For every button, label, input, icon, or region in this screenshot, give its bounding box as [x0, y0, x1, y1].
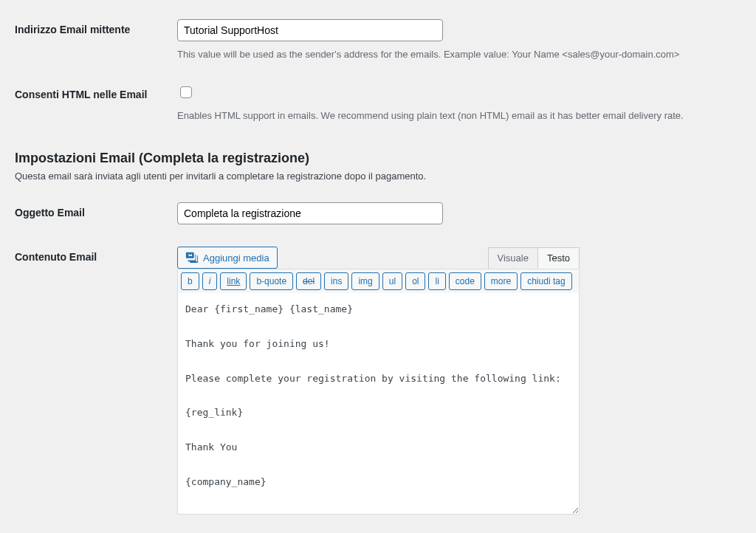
qt-link-button[interactable]: link — [220, 272, 247, 290]
qt-del-button[interactable]: del — [296, 272, 321, 290]
add-media-label: Aggiungi media — [203, 252, 269, 264]
allow-html-help: Enables HTML support in emails. We recom… — [177, 109, 734, 123]
media-icon — [185, 250, 199, 266]
section-desc: Questa email sarà inviata agli utenti pe… — [15, 171, 741, 182]
sender-input[interactable] — [177, 19, 443, 41]
sender-help: This value will be used as the sender's … — [177, 47, 734, 62]
qt-close-tags-button[interactable]: chiudi tag — [520, 272, 571, 290]
allow-html-label: Consenti HTML nelle Email — [15, 77, 177, 138]
qt-more-button[interactable]: more — [484, 272, 518, 290]
add-media-button[interactable]: Aggiungi media — [177, 247, 278, 269]
qt-li-button[interactable]: li — [428, 272, 445, 290]
subject-label: Oggetto Email — [15, 195, 177, 239]
subject-input[interactable] — [177, 202, 443, 224]
qt-ul-button[interactable]: ul — [382, 272, 402, 290]
qt-bquote-button[interactable]: b-quote — [250, 272, 293, 290]
qt-ol-button[interactable]: ol — [405, 272, 425, 290]
qt-ins-button[interactable]: ins — [324, 272, 348, 290]
content-textarea[interactable] — [177, 293, 580, 515]
sender-label: Indirizzo Email mittente — [15, 12, 177, 77]
allow-html-checkbox[interactable] — [180, 86, 192, 98]
content-label: Contenuto Email — [15, 239, 177, 532]
quicktags-toolbar: b i link b-quote del ins img ul ol li co… — [177, 269, 580, 293]
qt-i-button[interactable]: i — [202, 272, 218, 290]
tab-visual[interactable]: Visuale — [488, 247, 538, 269]
qt-img-button[interactable]: img — [351, 272, 379, 290]
tab-text[interactable]: Testo — [537, 247, 580, 269]
qt-b-button[interactable]: b — [181, 272, 199, 290]
qt-code-button[interactable]: code — [449, 272, 481, 290]
section-title: Impostazioni Email (Completa la registra… — [15, 151, 741, 166]
